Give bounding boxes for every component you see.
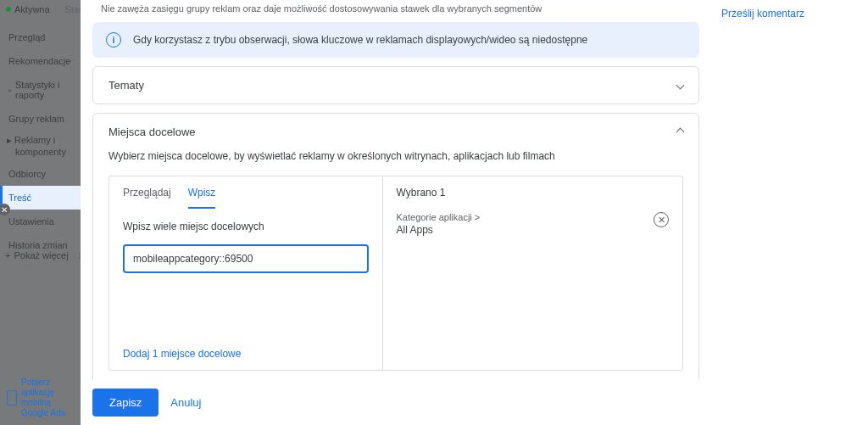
- placements-title: Miejsca docelowe: [108, 126, 196, 138]
- sidebar-item-adgroups[interactable]: Grupy reklam: [0, 107, 81, 131]
- phone-icon: [7, 390, 17, 405]
- cancel-button[interactable]: Anuluj: [170, 396, 201, 409]
- status-indicator: Aktywna Stan: [6, 4, 84, 14]
- modal-main: Nie zawęża zasięgu grupy reklam oraz daj…: [81, 0, 711, 425]
- info-banner: i Gdy korzystasz z trybu obserwacji, sło…: [92, 22, 699, 58]
- sidebar-item-settings[interactable]: Ustawienia: [0, 210, 81, 233]
- status-dot-icon: [6, 7, 11, 12]
- status-label: Aktywna: [14, 4, 50, 14]
- input-area: Wpisz wiele miejsc docelowych: [109, 209, 382, 338]
- tab-enter[interactable]: Wpisz: [188, 187, 216, 209]
- placements-input-pane: Przeglądaj Wpisz Wpisz wiele miejsc doce…: [109, 176, 383, 370]
- topics-title: Tematy: [108, 79, 144, 92]
- modal-side: Prześlij komentarz: [711, 0, 868, 425]
- placements-card: Miejsca docelowe Wybierz miejsca docelow…: [92, 113, 699, 422]
- info-icon: i: [106, 32, 121, 48]
- save-button[interactable]: Zapisz: [92, 389, 159, 417]
- chevron-right-icon: ▸: [7, 135, 12, 145]
- placements-input[interactable]: [123, 244, 369, 273]
- chevron-right-icon: ▸: [8, 86, 13, 94]
- plus-icon: +: [5, 250, 10, 260]
- topics-card: Tematy: [92, 66, 699, 104]
- sidebar-item-content[interactable]: Treść: [0, 186, 81, 210]
- sidebar-item-stats[interactable]: ▸Statystyki i raporty: [0, 73, 81, 107]
- tab-browse[interactable]: Przeglądaj: [123, 187, 171, 209]
- remove-selected-button[interactable]: ✕: [654, 212, 669, 227]
- add-placement-link[interactable]: Dodaj 1 miejsce docelowe: [109, 338, 382, 370]
- chevron-up-icon: [676, 128, 685, 137]
- info-banner-text: Gdy korzystasz z trybu obserwacji, słowa…: [133, 34, 587, 46]
- selected-pane: Wybrano 1 Kategorie aplikacji > All Apps…: [383, 176, 683, 370]
- placements-tabs: Przeglądaj Wpisz: [109, 176, 382, 209]
- chevron-down-icon: [676, 81, 685, 90]
- sidebar-item-overview[interactable]: Przegląd: [0, 25, 81, 49]
- placements-card-header[interactable]: Miejsca docelowe: [93, 114, 698, 150]
- topics-card-header[interactable]: Tematy: [93, 67, 698, 103]
- sidebar-item-ads[interactable]: ▸Reklamy i komponenty: [0, 131, 81, 162]
- feedback-link[interactable]: Prześlij komentarz: [721, 8, 804, 20]
- selected-count: Wybrano 1: [397, 187, 670, 199]
- app-promo[interactable]: Pobierz aplikację mobilną Google Ads: [7, 377, 75, 418]
- sidebar-item-recommendations[interactable]: Rekomendacje: [0, 49, 81, 73]
- selected-category: Kategorie aplikacji >: [397, 212, 481, 222]
- sidebar-nav: Przegląd Rekomendacje ▸Statystyki i rapo…: [0, 25, 81, 257]
- enter-multiple-label: Wpisz wiele miejsc docelowych: [123, 221, 369, 232]
- modal-footer: Zapisz Anuluj: [81, 379, 868, 425]
- edit-modal: Nie zawęża zasięgu grupy reklam oraz daj…: [81, 0, 868, 425]
- sidebar-item-audiences[interactable]: Odbiorcy: [0, 162, 81, 186]
- sidebar-show-more[interactable]: + Pokaż więcej: [5, 250, 81, 260]
- top-hint-text: Nie zawęża zasięgu grupy reklam oraz daj…: [92, 0, 699, 22]
- placements-box: Przeglądaj Wpisz Wpisz wiele miejsc doce…: [108, 176, 683, 371]
- placements-desc: Wybierz miejsca docelowe, by wyświetlać …: [108, 150, 683, 176]
- selected-item: Kategorie aplikacji > All Apps ✕: [397, 212, 670, 236]
- selected-name: All Apps: [397, 224, 481, 236]
